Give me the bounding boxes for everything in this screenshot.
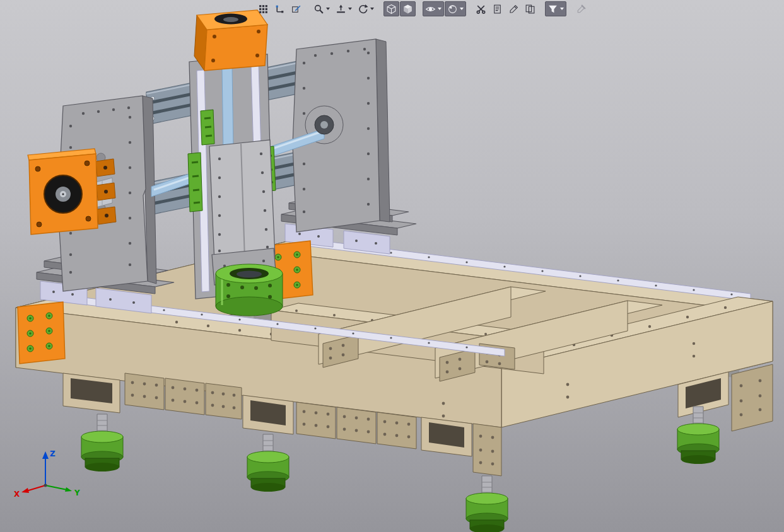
grid-icon — [258, 4, 269, 14]
selection-filter-grid-button[interactable] — [255, 1, 271, 16]
section-view-button[interactable] — [473, 1, 489, 16]
display-filter-button[interactable] — [545, 1, 566, 16]
orientation-triad: Z X Y — [14, 449, 80, 499]
plane-icon — [291, 4, 301, 14]
hide-show-items-button[interactable] — [423, 1, 444, 16]
markup-button[interactable] — [506, 1, 522, 16]
display-style-button[interactable] — [400, 1, 416, 16]
dropdown-arrow-icon — [348, 8, 352, 10]
normal-to-button[interactable] — [333, 1, 354, 16]
sketch-icon — [274, 4, 285, 14]
sketch-button[interactable] — [272, 1, 288, 16]
view-orientation-button[interactable] — [383, 1, 399, 16]
heads-up-toolbar — [255, 1, 589, 17]
stepper-motor-mount-left[interactable] — [28, 149, 116, 234]
stepper-motor-mount-top[interactable] — [194, 10, 267, 71]
dropdown-arrow-icon — [326, 8, 330, 10]
eye-icon — [425, 4, 436, 14]
zoom-icon — [313, 4, 324, 14]
annotation-icon — [492, 4, 503, 14]
annotations-button[interactable] — [489, 1, 505, 16]
compare-icon — [525, 4, 535, 14]
leveling-foot[interactable] — [466, 476, 508, 532]
eyedropper-button — [573, 1, 589, 16]
sketch-plane-button[interactable] — [288, 1, 304, 16]
section-icon — [476, 4, 486, 14]
zoom-button[interactable] — [311, 1, 332, 16]
z-axis-carriage[interactable] — [188, 54, 276, 299]
appearances-button[interactable] — [445, 1, 466, 16]
compare-button[interactable] — [522, 1, 538, 16]
dropdown-arrow-icon — [460, 8, 464, 10]
leveling-foot[interactable] — [247, 434, 289, 492]
axis-x-label: X — [14, 490, 20, 499]
dropdown-arrow-icon — [438, 8, 442, 10]
axis-z-label: Z — [50, 449, 56, 458]
cad-viewport-window: Z X Y — [0, 0, 784, 532]
dropdown-arrow-icon — [370, 8, 374, 10]
leveling-foot[interactable] — [81, 414, 123, 471]
dropdown-arrow-icon — [560, 8, 564, 10]
filter-icon — [547, 4, 558, 14]
markup-icon — [508, 4, 519, 14]
rotate-icon — [358, 4, 368, 14]
axis-y-label: Y — [74, 489, 80, 497]
normal-to-icon — [336, 4, 346, 14]
shaded-cube-icon — [402, 4, 413, 14]
model-canvas[interactable]: Z X Y — [0, 0, 784, 532]
cube-icon — [386, 4, 397, 14]
spindle-clamp[interactable] — [216, 264, 283, 316]
rotate-view-button[interactable] — [355, 1, 377, 16]
frame-end-plate-left[interactable] — [18, 302, 65, 364]
appearance-icon — [447, 4, 458, 14]
eyedropper-icon — [576, 4, 587, 14]
